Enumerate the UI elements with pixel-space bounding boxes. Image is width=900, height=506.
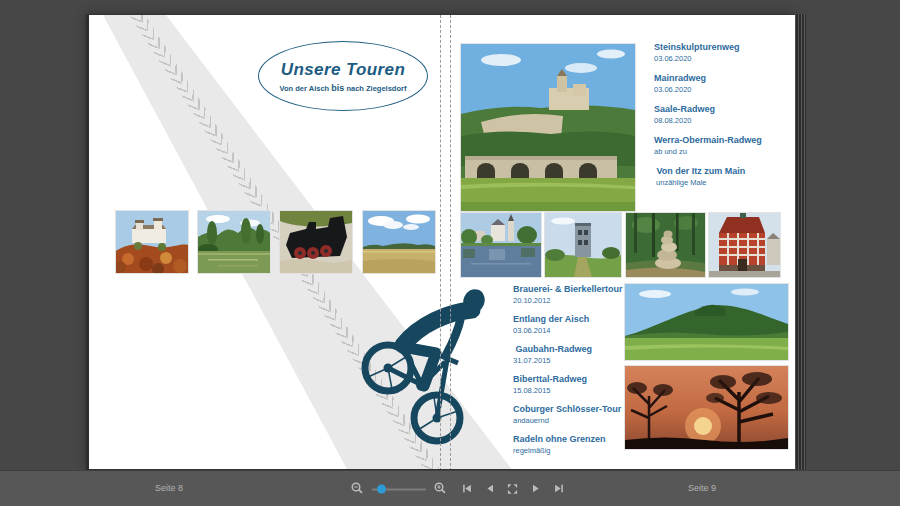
photo-stone-cairn-forest[interactable] (626, 213, 705, 277)
tour-item[interactable]: Saale-Radweg 08.08.2020 (654, 104, 795, 125)
tour-item[interactable]: Steinskulpturenweg 03.06.2020 (654, 42, 795, 63)
photo-town-lake-reflection[interactable] (461, 213, 541, 277)
toolbar-controls (350, 481, 566, 496)
zoom-in-icon[interactable] (433, 481, 448, 496)
left-page-number: Seite 8 (155, 483, 183, 493)
page-navigation (459, 481, 566, 496)
fold-marker-left (440, 15, 441, 470)
book-spread[interactable]: Unsere Touren Von der Aisch bis nach Zie… (86, 14, 795, 470)
photo-tower-meadow[interactable] (545, 213, 621, 277)
tour-item[interactable]: Von der Itz zum Main unzählige Male (654, 166, 795, 187)
previous-page-icon[interactable] (482, 481, 497, 496)
next-page-icon[interactable] (528, 481, 543, 496)
photo-castle-autumn[interactable] (116, 211, 188, 273)
tour-list-bottom[interactable]: Brauerei- & Bierkellertour 20.10.2012 En… (513, 284, 663, 455)
title-text-object[interactable]: Unsere Touren Von der Aisch bis nach Zie… (258, 41, 428, 111)
page-subtitle: Von der Aisch bis nach Ziegelsdorf (280, 83, 407, 93)
photo-river-trees[interactable] (198, 211, 270, 273)
tour-item[interactable]: Brauerei- & Bierkellertour 20.10.2012 (513, 284, 663, 305)
fold-marker-right (450, 15, 451, 470)
photo-locomotive[interactable] (280, 211, 352, 273)
tour-item[interactable]: Mainradweg 03.06.2020 (654, 73, 795, 94)
tour-list-top[interactable]: Steinskulpturenweg 03.06.2020 Mainradweg… (654, 42, 795, 187)
mountain-biker-clipart[interactable] (348, 286, 513, 461)
page-title: Unsere Touren (281, 60, 406, 80)
fit-overview-icon[interactable] (505, 481, 520, 496)
photo-town-hall[interactable] (709, 213, 780, 277)
photo-wheat-field[interactable] (363, 211, 435, 273)
tour-item[interactable]: Gaubahn-Radweg 31.07.2015 (513, 344, 663, 365)
tour-item[interactable]: Biberttal-Radweg 15.08.2015 (513, 374, 663, 395)
tour-item[interactable]: Werra-Obermain-Radweg ab und zu (654, 135, 795, 156)
editor-viewport: Unsere Touren Von der Aisch bis nach Zie… (0, 0, 900, 506)
zoom-out-icon[interactable] (350, 481, 365, 496)
tour-item[interactable]: Entlang der Aisch 03.06.2014 (513, 314, 663, 335)
tour-item[interactable]: Coburger Schlösser-Tour andauernd (513, 404, 663, 425)
right-page-number: Seite 9 (688, 483, 716, 493)
last-page-icon[interactable] (551, 481, 566, 496)
photo-castle-bridge-landscape[interactable] (461, 44, 635, 211)
statusbar: Seite 8 Seite 9 (0, 470, 900, 506)
page-stack-edge (795, 14, 806, 470)
zoom-slider[interactable] (372, 481, 426, 496)
first-page-icon[interactable] (459, 481, 474, 496)
zoom-slider-thumb[interactable] (377, 485, 386, 494)
tour-item[interactable]: Radeln ohne Grenzen regelmäßig (513, 434, 663, 455)
